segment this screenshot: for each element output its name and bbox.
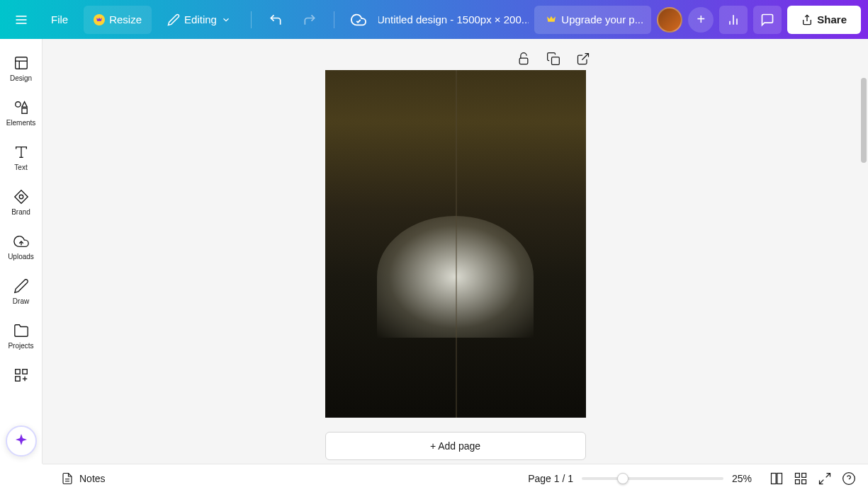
cloud-sync-button[interactable]: [344, 6, 373, 34]
sidebar-item-draw[interactable]: Draw: [0, 269, 42, 314]
editing-button[interactable]: Editing: [157, 6, 241, 34]
grid-view-button[interactable]: [793, 471, 808, 486]
svg-line-23: [582, 54, 588, 60]
sidebar-item-apps[interactable]: [0, 358, 42, 392]
sidebar-item-label: Elements: [6, 119, 36, 127]
plus-icon: +: [697, 11, 705, 28]
analytics-button[interactable]: [719, 6, 748, 34]
share-icon: [801, 14, 813, 25]
chevron-down-icon: [221, 15, 231, 25]
apps-icon: [13, 367, 30, 384]
svg-rect-30: [796, 479, 800, 484]
sidebar-item-label: Brand: [11, 208, 30, 216]
lock-button[interactable]: [517, 52, 532, 67]
add-page-button[interactable]: + Add page: [325, 432, 586, 460]
undo-icon: [269, 13, 283, 27]
undo-button[interactable]: [261, 6, 290, 34]
svg-rect-26: [772, 473, 777, 484]
notes-label: Notes: [79, 473, 106, 484]
fullscreen-button[interactable]: [817, 471, 833, 486]
svg-rect-11: [21, 108, 26, 113]
comment-icon: [760, 13, 774, 27]
ai-assistant-button[interactable]: [6, 425, 37, 457]
svg-marker-12: [21, 102, 26, 107]
resize-label: Resize: [109, 13, 142, 25]
vertical-scrollbar[interactable]: [861, 78, 867, 163]
comment-button[interactable]: [753, 6, 782, 34]
canvas-area[interactable]: + Add page: [43, 39, 868, 464]
external-link-button[interactable]: [576, 52, 592, 67]
zoom-slider[interactable]: [582, 477, 723, 480]
redo-icon: [303, 13, 317, 27]
zoom-thumb[interactable]: [617, 473, 629, 484]
svg-rect-22: [552, 57, 560, 65]
document-title[interactable]: Untitled design - 1500px × 200...: [378, 13, 529, 25]
resize-button[interactable]: Resize: [84, 6, 152, 34]
sparkle-icon: [13, 433, 30, 450]
svg-point-15: [19, 195, 23, 199]
sidebar-item-label: Projects: [8, 342, 33, 350]
svg-point-34: [843, 472, 855, 484]
file-label: File: [51, 13, 68, 25]
shapes-icon: [13, 99, 30, 116]
page-indicator[interactable]: Page 1 / 1: [528, 473, 573, 484]
cloud-upload-icon: [13, 233, 30, 250]
top-bar: File Resize Editing: [0, 0, 868, 39]
svg-rect-31: [802, 479, 806, 484]
svg-rect-29: [802, 473, 806, 477]
canvas-image-content: [325, 70, 586, 418]
svg-rect-20: [15, 377, 19, 381]
file-button[interactable]: File: [41, 6, 78, 34]
svg-line-33: [820, 479, 824, 484]
bottom-bar: Notes Page 1 / 1 25%: [43, 464, 868, 492]
canvas-page[interactable]: [325, 70, 586, 418]
main-area: Design Elements Text Brand Uploads: [0, 39, 868, 464]
sidebar-item-design[interactable]: Design: [0, 46, 42, 91]
svg-rect-7: [15, 57, 27, 69]
add-collaborator-button[interactable]: +: [688, 7, 714, 33]
sidebar-item-label: Text: [14, 164, 27, 171]
pages-view-button[interactable]: [769, 471, 784, 486]
share-button[interactable]: Share: [787, 6, 861, 34]
sidebar-item-label: Draw: [13, 297, 29, 305]
layout-icon: [13, 55, 30, 71]
sidebar-item-label: Design: [10, 74, 32, 82]
cloud-check-icon: [351, 12, 366, 28]
upgrade-label: Upgrade your p...: [561, 13, 643, 25]
svg-line-32: [826, 473, 830, 477]
menu-button[interactable]: [7, 6, 35, 34]
top-bar-right: Upgrade your p... + Share: [534, 6, 861, 34]
sidebar-item-label: Uploads: [8, 253, 34, 261]
duplicate-button[interactable]: [546, 52, 562, 67]
text-icon: [13, 144, 30, 161]
sidebar-item-text[interactable]: Text: [0, 135, 42, 180]
sidebar-item-projects[interactable]: Projects: [0, 314, 42, 358]
folder-icon: [13, 322, 30, 339]
svg-rect-28: [796, 473, 800, 477]
share-label: Share: [817, 13, 847, 25]
sidebar-item-uploads[interactable]: Uploads: [0, 224, 42, 269]
notes-button[interactable]: Notes: [54, 468, 113, 489]
brand-icon: [13, 188, 30, 205]
notes-icon: [61, 472, 74, 485]
svg-point-10: [15, 102, 20, 107]
editing-label: Editing: [184, 13, 217, 25]
redo-button[interactable]: [295, 6, 324, 34]
pencil-icon: [13, 278, 30, 294]
sidebar-item-elements[interactable]: Elements: [0, 91, 42, 135]
svg-rect-16: [15, 370, 19, 374]
svg-rect-27: [777, 473, 782, 484]
sidebar: Design Elements Text Brand Uploads: [0, 39, 43, 464]
sidebar-item-brand[interactable]: Brand: [0, 180, 42, 224]
pencil-icon: [167, 13, 180, 26]
avatar[interactable]: [657, 7, 682, 33]
hamburger-icon: [14, 13, 28, 27]
divider: [334, 11, 334, 28]
crown-icon: [94, 14, 105, 25]
help-button[interactable]: [841, 471, 857, 486]
chart-icon: [726, 13, 740, 27]
upgrade-button[interactable]: Upgrade your p...: [534, 6, 651, 34]
top-bar-left: File Resize Editing: [7, 6, 373, 34]
zoom-value[interactable]: 25%: [732, 473, 760, 484]
divider: [251, 11, 252, 28]
